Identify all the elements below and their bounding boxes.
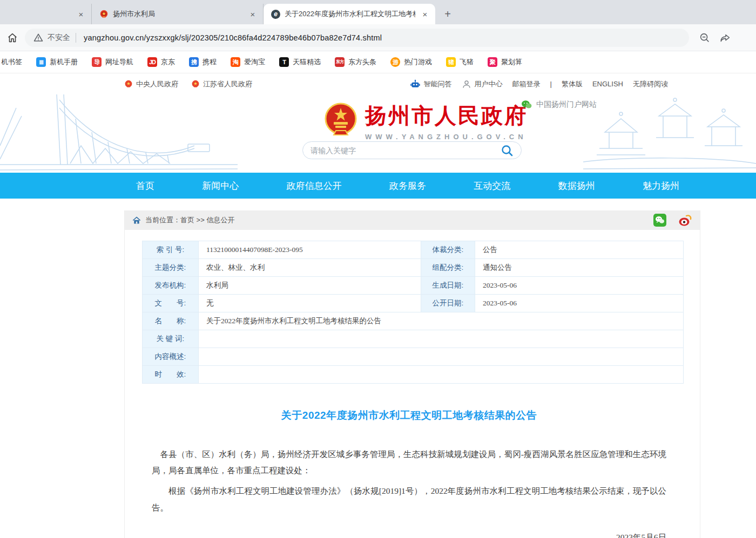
close-icon[interactable]: × (420, 9, 430, 19)
bookmark-label: 东方头条 (348, 57, 376, 67)
nav-item-news[interactable]: 新闻中心 (202, 180, 239, 192)
article-title: 关于2022年度扬州市水利工程文明工地考核结果的公告 (152, 408, 666, 423)
row-label: 文 号: (143, 295, 199, 312)
address-bar[interactable]: 不安全 yangzhou.gov.cn/yzszxxgk/slj/202305/… (25, 29, 689, 47)
home-icon[interactable] (6, 32, 18, 44)
search-icon[interactable] (501, 144, 514, 157)
mail-login-link[interactable]: 邮箱登录 (512, 79, 541, 89)
breadcrumb-text[interactable]: 当前位置：首页 >> 信息公开 (145, 215, 234, 225)
breadcrumb-home-icon[interactable] (132, 216, 141, 224)
site-banner: 扬州市人民政府 WWW.YANGZHOU.GOV.CN 中国扬州门户网站 (0, 94, 756, 173)
jiangsu-gov-link[interactable]: 江苏省人民政府 (191, 79, 252, 89)
row-label: 组配分类: (421, 259, 475, 276)
row-value: 2023-05-06 (475, 277, 683, 294)
search-box[interactable] (302, 141, 522, 159)
article-date: 2023年5月6日 (152, 532, 666, 538)
national-emblem-icon (324, 103, 357, 139)
article-paragraph: 根据《扬州市水利工程文明工地建设管理办法》（扬水规[2019]1号），2022年… (152, 483, 666, 515)
share-icon[interactable] (719, 32, 731, 44)
english-version-link[interactable]: ENGLISH (592, 80, 623, 88)
accessibility-link[interactable]: 无障碍阅读 (633, 79, 668, 89)
manual-icon: ≣ (36, 57, 46, 67)
tab-shuiliju[interactable]: 扬州市水利局 × (92, 4, 264, 24)
bookmark-item-juhuasuan[interactable]: 聚 聚划算 (488, 57, 522, 67)
user-center-link[interactable]: 用户中心 (462, 79, 503, 89)
article-body: 关于2022年度扬州市水利工程文明工地考核结果的公告 各县（市、区）水利（务）局… (125, 408, 700, 538)
site-favicon: e (271, 10, 280, 19)
gov-emblem-favicon (99, 10, 109, 19)
bookmark-item-phone[interactable]: 机书签 (1, 57, 22, 67)
bookmark-item-eastday[interactable]: 东方 东方头条 (335, 57, 376, 67)
nav-item-info-disclosure[interactable]: 政府信息公开 (287, 180, 342, 192)
bookmark-label: 网址导航 (105, 57, 133, 67)
divider (76, 33, 76, 43)
tab-title: 关于2022年度扬州市水利工程文明工地考核结果的公告 (285, 9, 416, 19)
central-gov-link[interactable]: 中央人民政府 (124, 79, 178, 89)
site-logo[interactable]: 扬州市人民政府 WWW.YANGZHOU.GOV.CN (324, 101, 528, 141)
bookmark-item-sitenav[interactable]: 导 网址导航 (92, 57, 133, 67)
new-tab-button[interactable]: + (440, 6, 456, 22)
row-label: 体裁分类: (421, 241, 475, 258)
security-label[interactable]: 不安全 (48, 33, 70, 43)
toolbar-actions (699, 32, 731, 44)
weibo-share-icon[interactable] (678, 214, 692, 227)
main-nav: 首页 新闻中心 政府信息公开 政务服务 互动交流 数据扬州 魅力扬州 (0, 173, 756, 199)
nav-item-interaction[interactable]: 互动交流 (474, 180, 510, 192)
article-paragraph: 各县（市、区）水利（务）局，扬州经济开发区城乡事务管理局，生态科技新城规划建设局… (152, 446, 666, 479)
row-value: 11321000014407098E-2023-095 (199, 241, 421, 258)
bookmark-label: 天猫精选 (293, 57, 321, 67)
bookmark-item-taobao[interactable]: 淘 爱淘宝 (231, 57, 265, 67)
nav-item-data[interactable]: 数据扬州 (558, 180, 595, 192)
site-nav-icon: 导 (92, 57, 102, 67)
wechat-share-icon[interactable] (653, 214, 666, 227)
user-center-label: 用户中心 (475, 79, 503, 89)
bookmark-label: 携程 (202, 57, 217, 67)
tab-partial[interactable]: × (0, 4, 92, 24)
bookmarks-bar: 机书签 ≣ 新机手册 导 网址导航 JD 京东 携 携程 淘 爱淘宝 T 天猫精… (0, 51, 756, 73)
table-row: 发布机构: 水利局 生成日期: 2023-05-06 (143, 277, 683, 295)
tab-active-announcement[interactable]: e 关于2022年度扬州市水利工程文明工地考核结果的公告 × (264, 4, 435, 24)
table-row: 索 引 号: 11321000014407098E-2023-095 体裁分类:… (143, 241, 683, 259)
row-value: 农业、林业、水利 (199, 259, 421, 276)
row-label: 生成日期: (421, 277, 475, 294)
row-value: 关于2022年度扬州市水利工程文明工地考核结果的公告 (199, 312, 683, 330)
row-value (199, 348, 683, 365)
gov-topbar: 中央人民政府 江苏省人民政府 智能问答 用户中心 (0, 73, 756, 94)
row-value (199, 366, 683, 383)
bookmark-item-jd[interactable]: JD 京东 (147, 57, 175, 67)
nav-item-home[interactable]: 首页 (136, 180, 154, 192)
bookmark-label: 热门游戏 (404, 57, 432, 67)
row-label: 主题分类: (143, 259, 199, 276)
warning-icon (33, 33, 43, 43)
traditional-version-link[interactable]: 繁体版 (562, 79, 583, 89)
portal-link[interactable]: 中国扬州门户网站 (521, 100, 597, 110)
search-input[interactable] (310, 146, 501, 155)
nav-item-services[interactable]: 政务服务 (389, 180, 426, 192)
bridge-artwork-left (0, 94, 238, 173)
content-panel: 当前位置：首页 >> 信息公开 索 引 号: (124, 210, 700, 538)
pagoda-artwork-right (583, 94, 756, 173)
smart-qa-link[interactable]: 智能问答 (410, 79, 452, 90)
browser-tab-strip: × 扬州市水利局 × e 关于2022年度扬州市水利工程文明工地考核结果的公告 … (0, 0, 756, 24)
bookmark-label: 爱淘宝 (244, 57, 265, 67)
bookmark-label: 机书签 (1, 57, 22, 67)
close-icon[interactable]: × (76, 9, 86, 19)
robot-icon (410, 79, 421, 90)
divider: | (550, 80, 552, 88)
nav-item-charm[interactable]: 魅力扬州 (643, 180, 679, 192)
bookmark-item-manual[interactable]: ≣ 新机手册 (36, 57, 78, 67)
info-table: 索 引 号: 11321000014407098E-2023-095 体裁分类:… (142, 241, 684, 384)
zoom-out-icon[interactable] (699, 32, 711, 44)
row-label: 名 称: (143, 312, 199, 330)
close-icon[interactable]: × (248, 9, 258, 19)
bookmark-item-games[interactable]: 游 热门游戏 (390, 57, 432, 67)
site-url-text: WWW.YANGZHOU.GOV.CN (365, 133, 528, 141)
smart-qa-label: 智能问答 (424, 79, 452, 89)
bookmark-item-tmall[interactable]: T 天猫精选 (279, 57, 321, 67)
portal-label: 中国扬州门户网站 (536, 100, 597, 110)
central-gov-label: 中央人民政府 (136, 79, 178, 89)
bookmark-item-fliggy[interactable]: 猪 飞猪 (446, 57, 474, 67)
url-text[interactable]: yangzhou.gov.cn/yzszxxgk/slj/202305/210c… (84, 33, 382, 42)
bookmark-item-ctrip[interactable]: 携 携程 (189, 57, 217, 67)
bookmark-label: 聚划算 (501, 57, 522, 67)
